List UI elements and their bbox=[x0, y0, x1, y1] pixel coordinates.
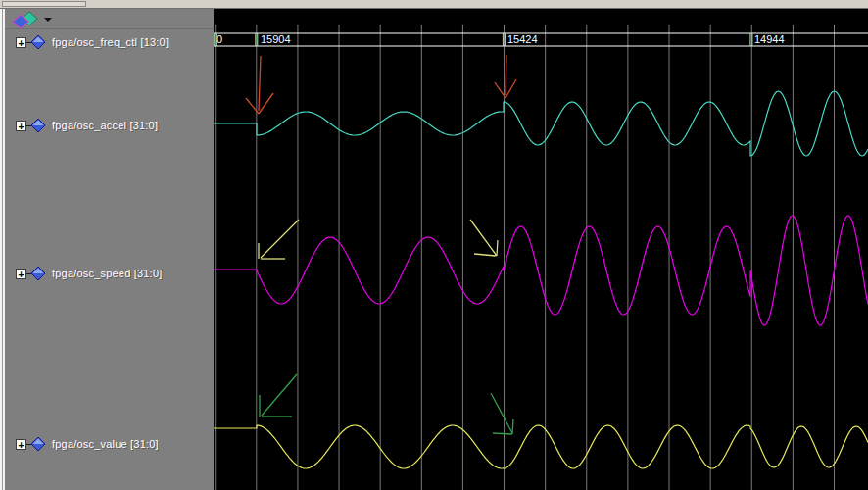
signal-row-osc-accel[interactable]: + fpga/osc_accel [31:0] bbox=[5, 118, 158, 133]
expand-plus-icon[interactable]: + bbox=[16, 439, 26, 450]
bus-value-label: 15904 bbox=[261, 33, 291, 45]
wave-trace-osc_value bbox=[214, 425, 868, 468]
arrow-speed-marker-2 bbox=[474, 254, 496, 256]
arrow-value-marker-2 bbox=[512, 419, 513, 434]
panel-toolbar bbox=[5, 9, 214, 28]
wave-window: + fpga/osc_freq_ctl [13:0] + fpga/osc_ac… bbox=[0, 0, 868, 490]
dropdown-arrow-icon[interactable] bbox=[44, 18, 52, 22]
arrow-value-marker-1 bbox=[262, 374, 297, 416]
arrow-value-marker-2 bbox=[493, 433, 512, 434]
bus-value-label: 14944 bbox=[754, 33, 785, 45]
arrow-accel-marker-2 bbox=[506, 55, 506, 95]
expand-plus-icon[interactable]: + bbox=[16, 269, 26, 279]
left-edge-divider bbox=[2, 9, 3, 490]
wave-trace-osc_accel bbox=[214, 91, 868, 156]
signal-name-panel: + fpga/osc_freq_ctl [13:0] + fpga/osc_ac… bbox=[5, 9, 214, 490]
top-toolbar-strip bbox=[0, 0, 868, 9]
arrow-accel-marker-2 bbox=[506, 79, 516, 98]
signal-diamond-icon bbox=[31, 119, 45, 132]
wave-group-diamonds-icon bbox=[12, 11, 39, 28]
wave-trace-osc_speed bbox=[214, 216, 868, 325]
signal-label: fpga/osc_value [31:0] bbox=[52, 438, 159, 450]
expand-plus-icon[interactable]: + bbox=[16, 121, 26, 131]
toolbar-divider bbox=[5, 28, 214, 29]
signal-diamond-icon bbox=[31, 267, 45, 280]
bus-value-label: 0 bbox=[217, 33, 222, 45]
arrow-speed-marker-2 bbox=[470, 220, 497, 256]
arrow-accel-marker-1 bbox=[259, 56, 261, 111]
arrow-value-marker-2 bbox=[491, 393, 512, 433]
wave-canvas[interactable]: 0159041542414944 bbox=[214, 9, 868, 490]
signal-diamond-icon bbox=[31, 35, 45, 49]
signal-row-osc-speed[interactable]: + fpga/osc_speed [31:0] bbox=[5, 266, 162, 281]
arrow-speed-marker-1 bbox=[261, 220, 299, 258]
toolbar-grip-handle[interactable] bbox=[2, 1, 86, 7]
signal-label: fpga/osc_accel [31:0] bbox=[52, 120, 158, 131]
expand-plus-icon[interactable]: + bbox=[16, 37, 26, 48]
signal-label: fpga/osc_speed [31:0] bbox=[52, 268, 162, 279]
arrow-speed-marker-2 bbox=[497, 240, 498, 256]
signal-row-osc-value[interactable]: + fpga/osc_value [31:0] bbox=[5, 436, 159, 452]
signal-group-button[interactable] bbox=[12, 10, 55, 28]
signal-row-osc-freq-ctl[interactable]: + fpga/osc_freq_ctl [13:0] bbox=[5, 34, 169, 50]
arrow-accel-marker-1 bbox=[259, 93, 273, 114]
signal-label: fpga/osc_freq_ctl [13:0] bbox=[52, 36, 169, 48]
signal-diamond-icon bbox=[31, 437, 45, 451]
bus-value-label: 15424 bbox=[507, 33, 538, 45]
